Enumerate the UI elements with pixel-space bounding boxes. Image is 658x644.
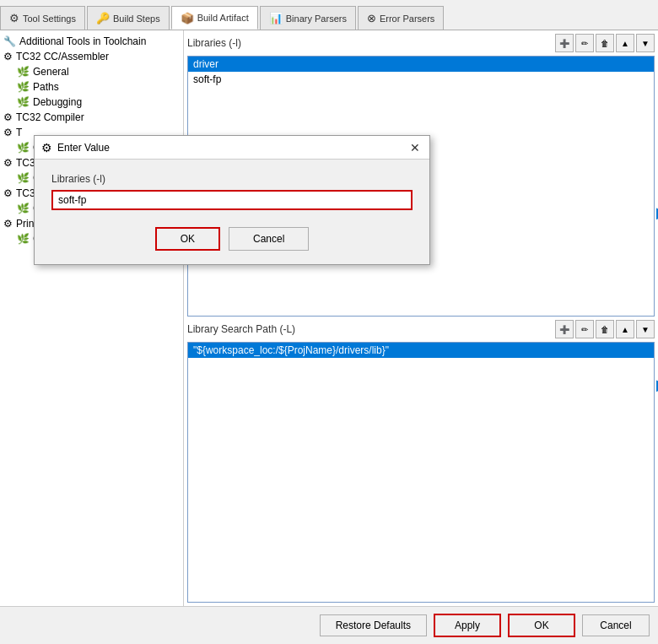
modal-body: Libraries (-l) OK Cancel — [35, 160, 429, 264]
modal-input-field[interactable] — [53, 192, 411, 208]
modal-overlay: ⚙ Enter Value ✕ Libraries (-l) OK Cancel — [0, 0, 658, 644]
enter-value-dialog: ⚙ Enter Value ✕ Libraries (-l) OK Cancel — [34, 135, 430, 265]
modal-close-button[interactable]: ✕ — [407, 140, 423, 155]
modal-titlebar: ⚙ Enter Value ✕ — [35, 136, 429, 160]
modal-input-label: Libraries (-l) — [51, 173, 413, 185]
modal-title-icon: ⚙ — [41, 141, 52, 154]
modal-ok-button[interactable]: OK — [155, 227, 220, 251]
modal-buttons: OK Cancel — [51, 227, 413, 251]
modal-title: ⚙ Enter Value — [41, 141, 110, 154]
modal-input-row — [51, 190, 413, 210]
modal-title-text: Enter Value — [57, 142, 110, 154]
modal-cancel-button[interactable]: Cancel — [229, 227, 309, 251]
